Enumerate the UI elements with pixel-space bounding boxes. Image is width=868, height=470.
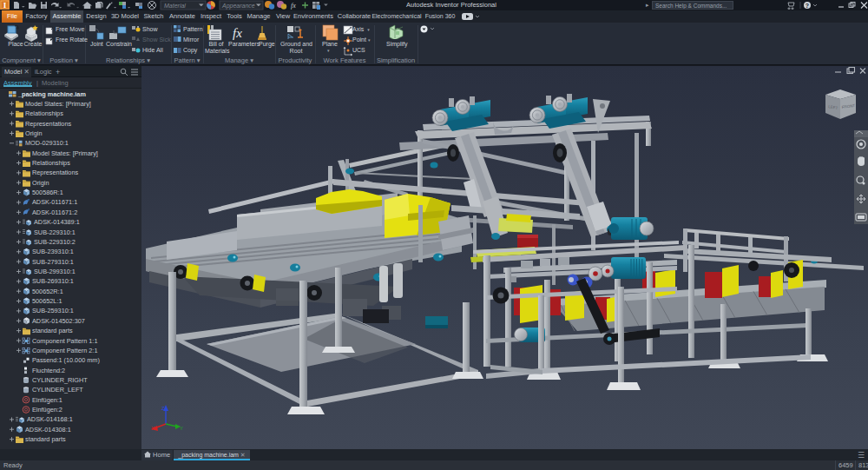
svg-text:Y: Y: [180, 426, 183, 431]
svg-text:fx: fx: [291, 2, 296, 10]
svg-text:Passend:1 (10.000 mm): Passend:1 (10.000 mm): [32, 356, 100, 364]
svg-text:CYLINDER_LEFT: CYLINDER_LEFT: [32, 386, 83, 394]
svg-text:Material: Material: [164, 3, 186, 9]
svg-text:ADSK-014168:1: ADSK-014168:1: [27, 415, 73, 423]
svg-text:Relationships: Relationships: [25, 109, 63, 117]
svg-text:SUB-259310:1: SUB-259310:1: [32, 307, 74, 314]
svg-text:ADSK-014389:1: ADSK-014389:1: [34, 218, 80, 226]
svg-text:Origin: Origin: [25, 129, 42, 137]
svg-text:I: I: [3, 1, 7, 10]
svg-text:standard parts: standard parts: [32, 327, 73, 334]
svg-text:SUB-279310:1: SUB-279310:1: [32, 258, 74, 266]
svg-text:Component Pattern 2:1: Component Pattern 2:1: [32, 347, 97, 354]
svg-text:ADSK-014308:1: ADSK-014308:1: [25, 426, 71, 434]
svg-text:ADSK-014502:307: ADSK-014502:307: [32, 317, 85, 325]
svg-text:CYLINDER_RIGHT: CYLINDER_RIGHT: [32, 376, 88, 384]
svg-text:standard parts: standard parts: [25, 435, 66, 443]
svg-text:fx: fx: [233, 26, 242, 40]
svg-text:Einfügen:2: Einfügen:2: [32, 406, 62, 414]
svg-text:Einfügen:1: Einfügen:1: [32, 396, 62, 404]
svg-text:Representations: Representations: [25, 120, 71, 128]
svg-text:Origin: Origin: [32, 179, 49, 187]
svg-text:Model States: [Primary]: Model States: [Primary]: [32, 149, 98, 157]
svg-text:500652L:1: 500652L:1: [32, 297, 62, 305]
svg-text:Fluchtend:2: Fluchtend:2: [32, 367, 65, 374]
svg-text:SUB-239310:1: SUB-239310:1: [32, 248, 74, 255]
svg-text:Appearance: Appearance: [221, 3, 255, 10]
svg-text:_packing machine.iam: _packing machine.iam: [17, 90, 86, 98]
svg-text:Relationships: Relationships: [32, 159, 70, 167]
svg-text:MOD-029310:1: MOD-029310:1: [25, 139, 69, 147]
svg-text:SUB-299310:1: SUB-299310:1: [34, 268, 76, 275]
svg-text:Component Pattern 1:1: Component Pattern 1:1: [32, 337, 97, 345]
svg-text:X: X: [151, 426, 155, 431]
svg-text:Model States: [Primary]: Model States: [Primary]: [25, 100, 91, 108]
svg-text:SUB-269310:1: SUB-269310:1: [32, 277, 74, 285]
svg-text:SUB-229310:1: SUB-229310:1: [34, 228, 76, 236]
svg-text:500586R:1: 500586R:1: [32, 189, 63, 196]
svg-text:SUB-229310:2: SUB-229310:2: [34, 238, 76, 246]
svg-text:?: ?: [806, 3, 809, 9]
svg-text:500652R:1: 500652R:1: [32, 288, 63, 295]
svg-text:Representations: Representations: [32, 169, 78, 176]
svg-text:Z: Z: [161, 406, 165, 411]
svg-text:ADSK-011671:2: ADSK-011671:2: [32, 209, 77, 216]
svg-text:ADSK-011671:1: ADSK-011671:1: [32, 198, 77, 206]
